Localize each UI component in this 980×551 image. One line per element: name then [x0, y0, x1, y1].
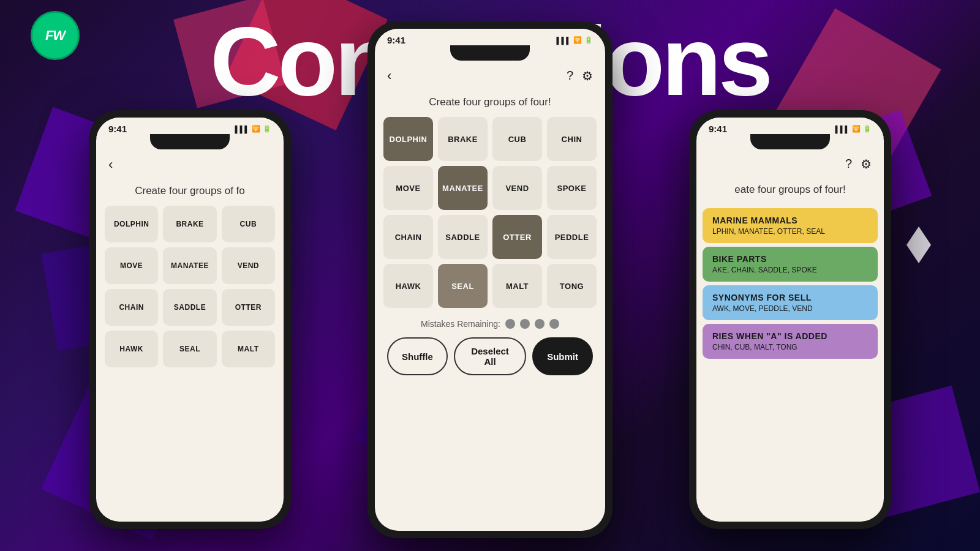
mistakes-label: Mistakes Remaining:	[421, 319, 500, 329]
center-tile-seal[interactable]: SEAL	[438, 264, 488, 308]
center-word-grid: DOLPHIN BRAKE CUB CHIN MOVE MANATEE VEND…	[375, 117, 605, 308]
left-tile-malt[interactable]: MALT	[222, 331, 275, 367]
left-tile-cub[interactable]: CUB	[222, 206, 275, 242]
center-tile-peddle[interactable]: PEDDLE	[547, 215, 597, 259]
left-tile-brake[interactable]: BRAKE	[163, 206, 216, 242]
left-game-title: Create four groups of fo	[96, 180, 284, 206]
left-status-time: 9:41	[108, 124, 127, 134]
left-tile-seal[interactable]: SEAL	[163, 331, 216, 367]
deselect-button[interactable]: Deselect All	[454, 337, 526, 375]
center-tile-saddle[interactable]: SADDLE	[438, 215, 488, 259]
left-tile-vend[interactable]: VEND	[222, 247, 275, 284]
ries-added-words: CHIN, CUB, MALT, TONG	[712, 343, 868, 351]
center-help-icon[interactable]: ?	[567, 69, 573, 83]
right-notch	[750, 134, 830, 149]
right-help-icon[interactable]: ?	[845, 157, 852, 171]
category-marine-mammals: MARINE MAMMALS LPHIN, MANATEE, OTTER, SE…	[703, 208, 878, 243]
synonyms-sell-title: SYNONYMS FOR SELL	[712, 293, 868, 302]
category-bike-parts: BIKE PARTS AKE, CHAIN, SADDLE, SPOKE	[703, 247, 878, 282]
category-synonyms-sell: SYNONYMS FOR SELL AWK, MOVE, PEDDLE, VEN…	[703, 285, 878, 320]
center-signal-icon: ▌▌▌	[557, 37, 571, 44]
marine-mammals-words: LPHIN, MANATEE, OTTER, SEAL	[712, 227, 868, 236]
category-ries-added: RIES WHEN "A" IS ADDED CHIN, CUB, MALT, …	[703, 324, 878, 359]
shuffle-button[interactable]: Shuffle	[387, 337, 448, 375]
mistake-dot-3	[535, 319, 545, 329]
center-tile-move[interactable]: MOVE	[383, 166, 433, 210]
marine-mammals-title: MARINE MAMMALS	[712, 216, 868, 225]
right-status-icons: ▌▌▌ 🛜 🔋	[835, 125, 872, 133]
center-nav-bar: ‹ ? ⚙	[375, 61, 605, 91]
center-phone-screen: 9:41 ▌▌▌ 🛜 🔋 ‹ ? ⚙ Create four groups of…	[375, 29, 605, 531]
center-tile-malt[interactable]: MALT	[492, 264, 542, 308]
center-battery-icon: 🔋	[584, 36, 593, 44]
right-signal-icon: ▌▌▌	[835, 126, 850, 133]
center-wifi-icon: 🛜	[573, 36, 582, 44]
right-phone: 9:41 ▌▌▌ 🛜 🔋 ? ⚙ eate four groups of fou…	[689, 110, 891, 529]
center-back-button[interactable]: ‹	[387, 68, 391, 84]
mistake-dot-4	[549, 319, 559, 329]
left-battery-icon: 🔋	[263, 125, 271, 133]
left-word-grid: DOLPHIN BRAKE CUB MOVE MANATEE VEND CHAI…	[96, 206, 284, 367]
left-tile-chain[interactable]: CHAIN	[105, 289, 158, 326]
left-signal-icon: ▌▌▌	[235, 126, 249, 133]
center-tile-manatee[interactable]: MANATEE	[438, 166, 488, 210]
phones-container: 9:41 ▌▌▌ 🛜 🔋 ‹ Create four groups of fo …	[0, 0, 980, 551]
right-phone-screen: 9:41 ▌▌▌ 🛜 🔋 ? ⚙ eate four groups of fou…	[696, 118, 884, 522]
left-tile-otter[interactable]: OTTER	[222, 289, 275, 326]
right-settings-icon[interactable]: ⚙	[861, 157, 872, 171]
fw-logo-text: FW	[45, 28, 65, 43]
center-tile-hawk[interactable]: HAWK	[383, 264, 433, 308]
ries-added-title: RIES WHEN "A" IS ADDED	[712, 331, 868, 341]
center-mistakes-row: Mistakes Remaining:	[375, 308, 605, 337]
bike-parts-title: BIKE PARTS	[712, 254, 868, 264]
right-battery-icon: 🔋	[863, 125, 872, 133]
left-status-icons: ▌▌▌ 🛜 🔋	[235, 125, 271, 133]
center-tile-cub[interactable]: CUB	[492, 117, 542, 161]
center-nav-icons: ? ⚙	[567, 69, 593, 83]
synonyms-sell-words: AWK, MOVE, PEDDLE, VEND	[712, 304, 868, 313]
center-tile-dolphin[interactable]: DOLPHIN	[383, 117, 433, 161]
center-notch	[450, 45, 530, 61]
left-tile-move[interactable]: MOVE	[105, 247, 158, 284]
right-nav-icons: ? ⚙	[845, 157, 872, 171]
left-wifi-icon: 🛜	[252, 125, 260, 133]
left-phone: 9:41 ▌▌▌ 🛜 🔋 ‹ Create four groups of fo …	[89, 110, 291, 529]
center-status-time: 9:41	[387, 35, 405, 45]
left-back-button[interactable]: ‹	[108, 157, 113, 173]
left-tile-hawk[interactable]: HAWK	[105, 331, 158, 367]
center-settings-icon[interactable]: ⚙	[582, 69, 593, 83]
left-phone-screen: 9:41 ▌▌▌ 🛜 🔋 ‹ Create four groups of fo …	[96, 118, 284, 522]
center-tile-spoke[interactable]: SPOKE	[547, 166, 597, 210]
fw-logo[interactable]: FW	[31, 11, 80, 60]
center-tile-brake[interactable]: BRAKE	[438, 117, 488, 161]
center-status-icons: ▌▌▌ 🛜 🔋	[557, 36, 593, 44]
right-game-title: eate four groups of four!	[696, 179, 884, 204]
center-game-title: Create four groups of four!	[375, 91, 605, 117]
center-tile-chin[interactable]: CHIN	[547, 117, 597, 161]
center-tile-otter[interactable]: OTTER	[492, 215, 542, 259]
right-status-time: 9:41	[709, 124, 727, 134]
center-phone: 9:41 ▌▌▌ 🛜 🔋 ‹ ? ⚙ Create four groups of…	[368, 21, 612, 538]
left-notch	[150, 134, 230, 149]
right-categories: MARINE MAMMALS LPHIN, MANATEE, OTTER, SE…	[696, 208, 884, 359]
left-tile-manatee[interactable]: MANATEE	[163, 247, 216, 284]
mistake-dot-2	[520, 319, 530, 329]
right-wifi-icon: 🛜	[852, 125, 861, 133]
center-tile-chain[interactable]: CHAIN	[383, 215, 433, 259]
right-nav-bar: ? ⚙	[696, 149, 884, 179]
center-tile-vend[interactable]: VEND	[492, 166, 542, 210]
left-tile-dolphin[interactable]: DOLPHIN	[105, 206, 158, 242]
left-nav-bar: ‹	[96, 149, 284, 180]
center-tile-tong[interactable]: TONG	[547, 264, 597, 308]
mistake-dot-1	[505, 319, 515, 329]
submit-button[interactable]: Submit	[532, 337, 593, 375]
center-action-buttons: Shuffle Deselect All Submit	[375, 337, 605, 388]
left-tile-saddle[interactable]: SADDLE	[163, 289, 216, 326]
bike-parts-words: AKE, CHAIN, SADDLE, SPOKE	[712, 266, 868, 274]
